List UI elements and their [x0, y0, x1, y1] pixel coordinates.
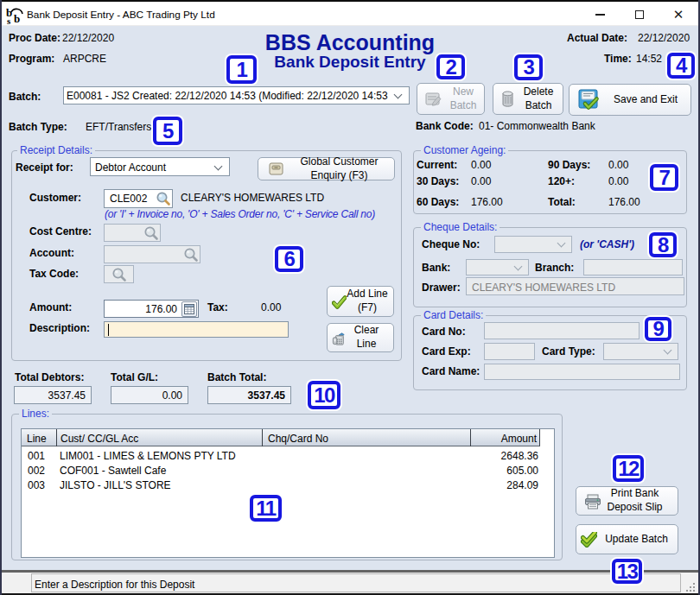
svg-text:s: s — [7, 16, 11, 25]
svg-text:b: b — [14, 12, 20, 25]
